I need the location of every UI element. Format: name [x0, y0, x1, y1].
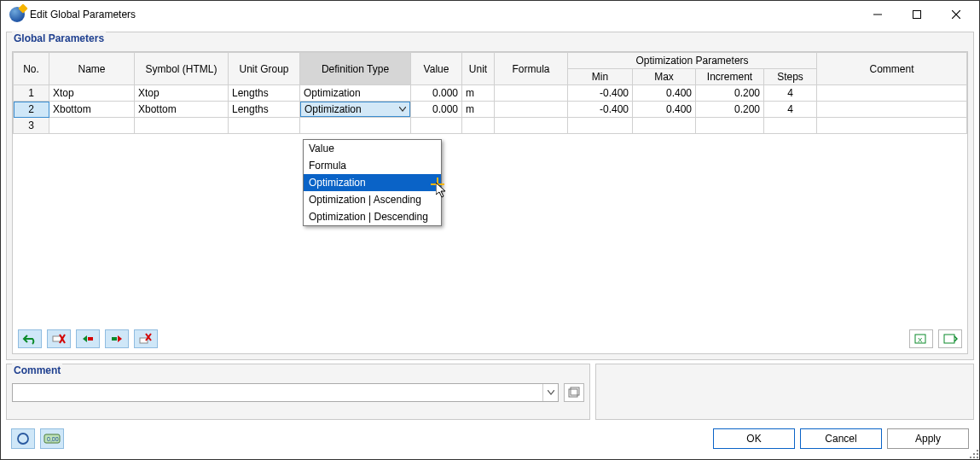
col-symbol[interactable]: Symbol (HTML) [135, 53, 229, 85]
definition-type-combo[interactable]: Optimization [300, 102, 410, 117]
window-controls [858, 2, 976, 27]
dialog-window: Edit Global Parameters Global Parameters [0, 0, 980, 460]
comment-label: Comment [12, 363, 62, 380]
dropdown-option[interactable]: Formula [304, 157, 441, 174]
close-button[interactable] [937, 2, 976, 27]
shift-left-button[interactable] [76, 329, 100, 348]
window-title: Edit Global Parameters [30, 9, 136, 20]
apply-button[interactable]: Apply [887, 428, 969, 449]
minimize-button[interactable] [858, 2, 897, 27]
col-formula[interactable]: Formula [495, 53, 568, 85]
col-unit-group[interactable]: Unit Group [229, 53, 300, 85]
svg-text:X: X [918, 336, 923, 344]
units-button[interactable]: 0,00 [40, 428, 64, 449]
titlebar[interactable]: Edit Global Parameters [1, 1, 979, 28]
chevron-down-icon[interactable] [542, 384, 558, 401]
delete-row-button[interactable] [47, 329, 71, 348]
col-name[interactable]: Name [49, 53, 135, 85]
import-excel-button[interactable] [938, 329, 962, 348]
svg-rect-7 [88, 337, 93, 341]
parameters-table[interactable]: No. Name Symbol (HTML) Unit Group Defini… [13, 52, 967, 134]
comment-panel: Comment [6, 364, 590, 420]
global-parameters-panel: Global Parameters No. Name Symbol (HTML)… [6, 32, 974, 360]
col-comment[interactable]: Comment [817, 53, 967, 85]
comment-library-button[interactable] [564, 383, 584, 402]
app-icon [9, 7, 25, 22]
dropdown-option[interactable]: Optimization | Descending [304, 208, 441, 225]
col-unit[interactable]: Unit [462, 53, 495, 85]
export-excel-button[interactable]: X [909, 329, 933, 348]
table-row[interactable]: 1 Xtop Xtop Lengths Optimization 0.000 m… [14, 85, 967, 102]
preview-panel [595, 364, 974, 420]
col-value[interactable]: Value [411, 53, 462, 85]
dialog-button-bar: 0,00 OK Cancel Apply [6, 423, 974, 454]
dropdown-option[interactable]: Optimization | Ascending [304, 191, 441, 208]
resize-grip[interactable] [968, 448, 978, 458]
svg-text:0,00: 0,00 [47, 436, 59, 442]
col-max[interactable]: Max [633, 69, 696, 85]
svg-rect-1 [913, 11, 921, 19]
table-empty-area [13, 134, 967, 326]
ok-button[interactable]: OK [713, 428, 795, 449]
shift-right-button[interactable] [105, 329, 129, 348]
svg-rect-8 [112, 337, 117, 341]
definition-type-dropdown[interactable]: Value Formula Optimization Optimization … [303, 139, 442, 226]
col-increment[interactable]: Increment [696, 69, 764, 85]
clear-button[interactable] [134, 329, 158, 348]
chevron-down-icon[interactable] [396, 102, 409, 116]
col-steps[interactable]: Steps [764, 69, 817, 85]
section-label: Global Parameters [12, 31, 106, 48]
undo-button[interactable] [18, 329, 42, 348]
col-min[interactable]: Min [568, 69, 633, 85]
dropdown-option[interactable]: Value [304, 140, 441, 157]
col-definition-type[interactable]: Definition Type [300, 53, 411, 85]
table-row[interactable]: 3 [14, 118, 967, 134]
definition-type-cell-active[interactable]: Optimization [300, 102, 411, 118]
comment-combo[interactable] [12, 383, 559, 402]
col-no[interactable]: No. [14, 53, 49, 85]
grid-toolbar: X [13, 326, 967, 353]
col-opt-group[interactable]: Optimization Parameters [568, 53, 817, 69]
table-row[interactable]: 2 Xbottom Xbottom Lengths Optimization 0… [14, 102, 967, 118]
help-button[interactable] [11, 428, 35, 449]
cancel-button[interactable]: Cancel [800, 428, 882, 449]
dropdown-option[interactable]: Optimization [304, 174, 441, 191]
svg-rect-14 [944, 335, 954, 343]
maximize-button[interactable] [897, 2, 937, 27]
svg-rect-4 [53, 336, 61, 341]
